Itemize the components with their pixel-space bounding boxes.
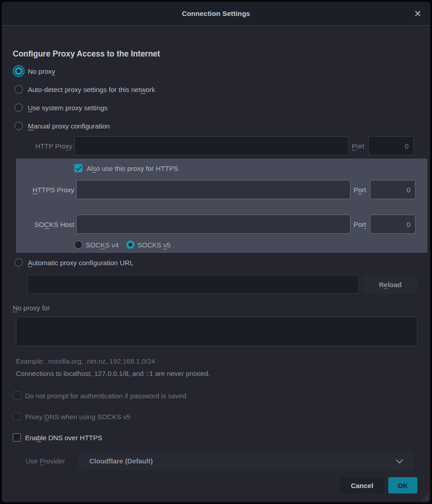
auto-url-radio[interactable] bbox=[13, 257, 25, 268]
http-proxy-row: HTTP Proxy Port bbox=[13, 136, 417, 155]
provider-selected-value: Cloudflare (Default) bbox=[89, 457, 153, 465]
use-provider-label: Use Provider bbox=[26, 457, 77, 465]
also-https-checkbox[interactable] bbox=[74, 164, 82, 172]
no-prompt-auth-checkbox[interactable] bbox=[13, 391, 21, 400]
socks-port-label: Port bbox=[354, 221, 366, 228]
https-port-input[interactable] bbox=[370, 180, 416, 199]
http-proxy-label: HTTP Proxy bbox=[13, 142, 72, 150]
cancel-button[interactable]: Cancel bbox=[340, 477, 384, 494]
radio-row-no-proxy: No proxy bbox=[13, 65, 419, 77]
also-https-row: Also use this proxy for HTTPS bbox=[74, 164, 427, 173]
also-https-label: Also use this proxy for HTTPS bbox=[87, 165, 178, 172]
no-proxy-for-label: No proxy for bbox=[13, 304, 419, 312]
no-proxy-for-textarea[interactable] bbox=[16, 317, 417, 346]
no-proxy-radio[interactable] bbox=[13, 65, 25, 77]
socks-host-input[interactable] bbox=[76, 215, 350, 234]
dialog-title: Connection Settings bbox=[182, 10, 250, 17]
radio-row-manual-proxy: Manual proxy configuration bbox=[13, 120, 419, 132]
no-prompt-auth-row: Do not prompt for authentication if pass… bbox=[13, 391, 419, 400]
provider-dropdown[interactable]: Cloudflare (Default) bbox=[78, 451, 414, 470]
socks-host-label: SOCKS Host bbox=[16, 221, 74, 228]
chevron-down-icon bbox=[396, 457, 403, 464]
ok-button[interactable]: OK bbox=[388, 477, 417, 494]
enable-doh-label: Enable DNS over HTTPS bbox=[25, 434, 102, 442]
http-proxy-input[interactable] bbox=[74, 136, 349, 155]
https-proxy-input[interactable] bbox=[76, 180, 350, 199]
socks-v5-radio[interactable] bbox=[126, 241, 134, 249]
reload-button[interactable]: Reload bbox=[363, 275, 417, 294]
auto-url-row: Reload bbox=[27, 275, 417, 294]
proxy-dns-socks5-label: Proxy DNS when using SOCKS v5 bbox=[25, 413, 130, 421]
system-proxy-radio[interactable] bbox=[13, 102, 25, 113]
http-port-label: Port bbox=[352, 142, 365, 150]
https-port-label: Port bbox=[354, 186, 366, 194]
manual-proxy-label: Manual proxy configuration bbox=[28, 122, 110, 130]
https-proxy-label: HTTPS Proxy bbox=[16, 186, 74, 194]
no-prompt-auth-label: Do not prompt for authentication if pass… bbox=[25, 392, 186, 400]
dialog-button-row: Cancel OK bbox=[13, 477, 417, 494]
https-proxy-row: HTTPS Proxy Port bbox=[16, 180, 427, 199]
auto-url-input[interactable] bbox=[27, 275, 359, 294]
socks-v5-label: SOCKS v5 bbox=[138, 241, 171, 249]
auto-detect-label: Auto-detect proxy settings for this netw… bbox=[28, 86, 155, 93]
manual-proxy-radio[interactable] bbox=[13, 120, 25, 132]
socks-v4-radio[interactable] bbox=[74, 241, 82, 249]
connection-settings-dialog: Connection Settings ✕ Configure Proxy Ac… bbox=[2, 2, 430, 502]
no-proxy-label: No proxy bbox=[28, 67, 55, 75]
radio-row-auto-detect: Auto-detect proxy settings for this netw… bbox=[13, 83, 419, 95]
enable-doh-checkbox[interactable] bbox=[13, 433, 21, 442]
highlighted-https-socks-section: Also use this proxy for HTTPS HTTPS Prox… bbox=[16, 159, 427, 253]
radio-row-system-proxy: Use system proxy settings bbox=[13, 102, 419, 113]
socks-v4-label: SOCKS v4 bbox=[86, 241, 119, 249]
dialog-titlebar: Connection Settings ✕ bbox=[2, 2, 430, 26]
socks-version-row: SOCKS v4 SOCKS v5 bbox=[74, 240, 427, 249]
socks-port-input[interactable] bbox=[370, 215, 416, 234]
socks-host-row: SOCKS Host Port bbox=[16, 215, 427, 234]
doh-provider-row: Use Provider Cloudflare (Default) bbox=[26, 451, 414, 470]
http-port-input[interactable] bbox=[368, 136, 414, 155]
close-icon[interactable]: ✕ bbox=[414, 9, 422, 18]
auto-url-label: Automatic proxy configuration URL bbox=[28, 259, 134, 267]
enable-doh-row: Enable DNS over HTTPS bbox=[13, 433, 419, 442]
auto-detect-radio[interactable] bbox=[13, 83, 25, 95]
radio-row-auto-url: Automatic proxy configuration URL bbox=[13, 257, 419, 268]
page-title: Configure Proxy Access to the Internet bbox=[13, 49, 419, 59]
no-proxy-example-text: Example: .mozilla.org, .net.nz, 192.168.… bbox=[16, 357, 419, 365]
localhost-note-text: Connections to localhost, 127.0.0.1/8, a… bbox=[16, 370, 419, 378]
proxy-dns-socks5-checkbox[interactable] bbox=[13, 412, 21, 421]
proxy-dns-socks5-row: Proxy DNS when using SOCKS v5 bbox=[13, 412, 419, 421]
system-proxy-label: Use system proxy settings bbox=[28, 104, 108, 112]
resize-grip[interactable] bbox=[422, 494, 429, 501]
